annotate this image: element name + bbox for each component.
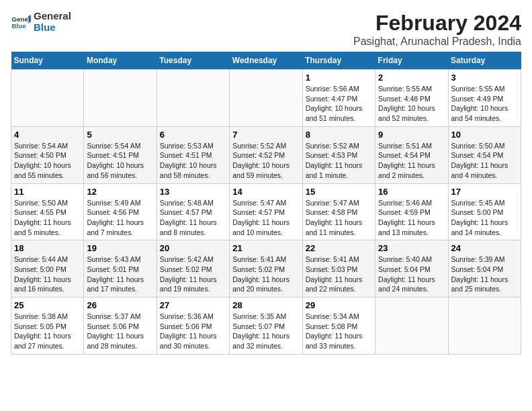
day-number: 21 (232, 243, 299, 253)
day-number: 28 (232, 300, 299, 310)
day-number: 25 (14, 300, 81, 310)
calendar-cell: 21Sunrise: 5:41 AM Sunset: 5:02 PM Dayli… (230, 240, 302, 298)
day-info: Sunrise: 5:34 AM Sunset: 5:08 PM Dayligh… (306, 312, 372, 351)
calendar-cell: 28Sunrise: 5:35 AM Sunset: 5:07 PM Dayli… (230, 298, 302, 355)
day-number: 5 (87, 130, 153, 140)
column-header-wednesday: Wednesday (230, 52, 302, 70)
day-number: 9 (378, 130, 445, 140)
calendar-week-row: 25Sunrise: 5:38 AM Sunset: 5:05 PM Dayli… (11, 298, 521, 355)
calendar-cell (448, 298, 521, 355)
day-info: Sunrise: 5:51 AM Sunset: 4:54 PM Dayligh… (378, 141, 445, 181)
day-number: 3 (451, 73, 518, 83)
header: General Blue General Blue February 2024 … (11, 11, 521, 48)
day-info: Sunrise: 5:45 AM Sunset: 5:00 PM Dayligh… (451, 198, 518, 238)
day-info: Sunrise: 5:53 AM Sunset: 4:51 PM Dayligh… (160, 141, 226, 181)
day-info: Sunrise: 5:40 AM Sunset: 5:04 PM Dayligh… (378, 255, 445, 294)
logo-line2: Blue (34, 22, 71, 34)
day-info: Sunrise: 5:49 AM Sunset: 4:56 PM Dayligh… (87, 198, 153, 238)
calendar-cell: 20Sunrise: 5:42 AM Sunset: 5:02 PM Dayli… (157, 240, 229, 298)
day-info: Sunrise: 5:47 AM Sunset: 4:58 PM Dayligh… (306, 198, 372, 238)
calendar-cell: 24Sunrise: 5:39 AM Sunset: 5:04 PM Dayli… (448, 240, 521, 298)
calendar-week-row: 18Sunrise: 5:44 AM Sunset: 5:00 PM Dayli… (11, 240, 521, 298)
calendar-cell: 27Sunrise: 5:36 AM Sunset: 5:06 PM Dayli… (157, 298, 229, 355)
calendar-cell: 2Sunrise: 5:55 AM Sunset: 4:48 PM Daylig… (375, 70, 448, 127)
day-info: Sunrise: 5:50 AM Sunset: 4:54 PM Dayligh… (451, 141, 518, 181)
day-info: Sunrise: 5:54 AM Sunset: 4:51 PM Dayligh… (87, 141, 153, 181)
day-number: 18 (14, 243, 81, 253)
day-info: Sunrise: 5:55 AM Sunset: 4:48 PM Dayligh… (378, 84, 445, 124)
calendar-cell: 1Sunrise: 5:56 AM Sunset: 4:47 PM Daylig… (302, 70, 375, 127)
day-number: 15 (306, 187, 372, 197)
column-header-thursday: Thursday (302, 52, 375, 70)
day-number: 27 (160, 300, 226, 310)
calendar-cell (157, 70, 229, 127)
calendar-cell (84, 70, 157, 127)
calendar-cell: 11Sunrise: 5:50 AM Sunset: 4:55 PM Dayli… (11, 183, 84, 240)
day-number: 17 (451, 187, 518, 197)
calendar-cell: 3Sunrise: 5:55 AM Sunset: 4:49 PM Daylig… (448, 70, 521, 127)
calendar-cell: 13Sunrise: 5:48 AM Sunset: 4:57 PM Dayli… (157, 183, 229, 240)
day-info: Sunrise: 5:52 AM Sunset: 4:52 PM Dayligh… (232, 141, 299, 181)
day-info: Sunrise: 5:43 AM Sunset: 5:01 PM Dayligh… (87, 255, 153, 294)
svg-text:General: General (12, 15, 32, 22)
logo: General Blue General Blue (11, 11, 71, 33)
calendar-cell (11, 70, 84, 127)
day-info: Sunrise: 5:46 AM Sunset: 4:59 PM Dayligh… (378, 198, 445, 238)
calendar-table: SundayMondayTuesdayWednesdayThursdayFrid… (11, 52, 521, 355)
logo-line1: General (34, 11, 71, 22)
day-info: Sunrise: 5:48 AM Sunset: 4:57 PM Dayligh… (160, 198, 226, 238)
svg-text:Blue: Blue (12, 22, 27, 30)
calendar-cell: 29Sunrise: 5:34 AM Sunset: 5:08 PM Dayli… (302, 298, 375, 355)
day-info: Sunrise: 5:41 AM Sunset: 5:03 PM Dayligh… (306, 255, 372, 294)
calendar-week-row: 4Sunrise: 5:54 AM Sunset: 4:50 PM Daylig… (11, 126, 521, 183)
calendar-cell (230, 70, 302, 127)
day-number: 16 (378, 187, 445, 197)
calendar-cell: 7Sunrise: 5:52 AM Sunset: 4:52 PM Daylig… (230, 126, 302, 183)
column-header-sunday: Sunday (11, 52, 84, 70)
calendar-week-row: 11Sunrise: 5:50 AM Sunset: 4:55 PM Dayli… (11, 183, 521, 240)
day-number: 13 (160, 187, 226, 197)
day-number: 6 (160, 130, 226, 140)
day-info: Sunrise: 5:54 AM Sunset: 4:50 PM Dayligh… (14, 141, 81, 181)
calendar-cell: 15Sunrise: 5:47 AM Sunset: 4:58 PM Dayli… (302, 183, 375, 240)
calendar-cell: 9Sunrise: 5:51 AM Sunset: 4:54 PM Daylig… (375, 126, 448, 183)
day-number: 12 (87, 187, 153, 197)
day-number: 10 (451, 130, 518, 140)
calendar-cell: 5Sunrise: 5:54 AM Sunset: 4:51 PM Daylig… (84, 126, 157, 183)
calendar-cell: 4Sunrise: 5:54 AM Sunset: 4:50 PM Daylig… (11, 126, 84, 183)
day-number: 11 (14, 187, 81, 197)
calendar-cell: 12Sunrise: 5:49 AM Sunset: 4:56 PM Dayli… (84, 183, 157, 240)
day-info: Sunrise: 5:38 AM Sunset: 5:05 PM Dayligh… (14, 312, 81, 351)
main-title: February 2024 (353, 11, 521, 36)
day-number: 20 (160, 243, 226, 253)
calendar-cell: 10Sunrise: 5:50 AM Sunset: 4:54 PM Dayli… (448, 126, 521, 183)
calendar-cell: 26Sunrise: 5:37 AM Sunset: 5:06 PM Dayli… (84, 298, 157, 355)
day-number: 26 (87, 300, 153, 310)
day-number: 29 (306, 300, 372, 310)
day-info: Sunrise: 5:36 AM Sunset: 5:06 PM Dayligh… (160, 312, 226, 351)
day-info: Sunrise: 5:56 AM Sunset: 4:47 PM Dayligh… (306, 84, 372, 124)
day-info: Sunrise: 5:39 AM Sunset: 5:04 PM Dayligh… (451, 255, 518, 294)
day-info: Sunrise: 5:41 AM Sunset: 5:02 PM Dayligh… (232, 255, 299, 294)
calendar-cell: 25Sunrise: 5:38 AM Sunset: 5:05 PM Dayli… (11, 298, 84, 355)
calendar-cell (375, 298, 448, 355)
calendar-cell: 16Sunrise: 5:46 AM Sunset: 4:59 PM Dayli… (375, 183, 448, 240)
column-header-monday: Monday (84, 52, 157, 70)
logo-icon: General Blue (11, 12, 31, 32)
day-info: Sunrise: 5:35 AM Sunset: 5:07 PM Dayligh… (232, 312, 299, 351)
day-number: 8 (306, 130, 372, 140)
day-number: 7 (232, 130, 299, 140)
calendar-header-row: SundayMondayTuesdayWednesdayThursdayFrid… (11, 52, 521, 70)
column-header-tuesday: Tuesday (157, 52, 229, 70)
day-info: Sunrise: 5:47 AM Sunset: 4:57 PM Dayligh… (232, 198, 299, 238)
calendar-cell: 8Sunrise: 5:52 AM Sunset: 4:53 PM Daylig… (302, 126, 375, 183)
day-number: 4 (14, 130, 81, 140)
calendar-cell: 17Sunrise: 5:45 AM Sunset: 5:00 PM Dayli… (448, 183, 521, 240)
day-number: 2 (378, 73, 445, 83)
calendar-cell: 18Sunrise: 5:44 AM Sunset: 5:00 PM Dayli… (11, 240, 84, 298)
calendar-week-row: 1Sunrise: 5:56 AM Sunset: 4:47 PM Daylig… (11, 70, 521, 127)
day-number: 1 (306, 73, 372, 83)
column-header-saturday: Saturday (448, 52, 521, 70)
subtitle: Pasighat, Arunachal Pradesh, India (353, 36, 521, 48)
calendar-cell: 14Sunrise: 5:47 AM Sunset: 4:57 PM Dayli… (230, 183, 302, 240)
